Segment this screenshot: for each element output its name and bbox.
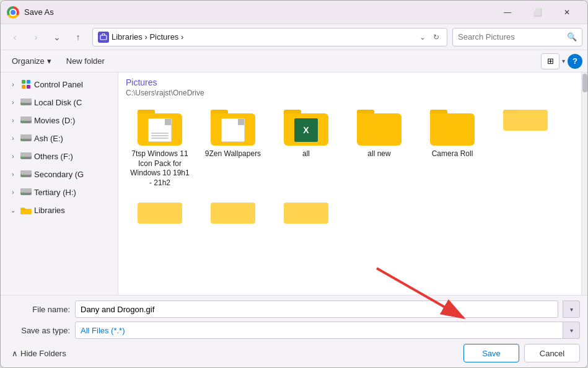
sidebar-label-control-panel: Control Panel <box>34 80 83 89</box>
scrollbar-track[interactable] <box>581 72 587 295</box>
folder-icon <box>430 110 475 146</box>
svg-rect-12 <box>20 134 32 139</box>
address-text: Libraries › Pictures › <box>112 32 415 42</box>
svg-rect-21 <box>20 188 32 193</box>
svg-rect-19 <box>21 175 24 177</box>
title-bar: Save As — ⬜ ✕ <box>1 1 587 24</box>
svg-rect-3 <box>22 85 25 89</box>
new-folder-label: New folder <box>66 56 105 66</box>
new-folder-button[interactable]: New folder <box>60 53 111 69</box>
cancel-button[interactable]: Cancel <box>524 344 580 362</box>
svg-rect-22 <box>21 193 24 195</box>
close-button[interactable]: ✕ <box>553 2 581 22</box>
sidebar-item-movies[interactable]: › Movies (D:) <box>3 112 115 129</box>
search-bar[interactable]: 🔍 <box>452 28 582 46</box>
forward-button[interactable]: › <box>27 28 45 46</box>
hide-folders-button[interactable]: ∧ Hide Folders <box>8 346 70 361</box>
filename-input[interactable] <box>75 300 558 318</box>
expand-icon: › <box>8 97 18 107</box>
dropdown-icon: ⌄ <box>53 32 61 42</box>
folder-name-camera-roll: Camera Roll <box>432 149 473 159</box>
sidebar-item-libraries[interactable]: ⌄ Libraries <box>3 201 115 219</box>
address-bar[interactable]: Libraries › Pictures › ⌄ ↻ <box>92 28 447 46</box>
filename-dropdown-arrow[interactable]: ▾ <box>563 300 580 318</box>
chrome-icon <box>7 6 19 19</box>
svg-rect-15 <box>20 152 32 157</box>
maximize-button[interactable]: ⬜ <box>523 2 551 22</box>
back-button[interactable]: ‹ <box>6 28 24 46</box>
folder-item-all-new[interactable]: all new <box>345 105 413 193</box>
drive-icon <box>20 97 32 108</box>
svg-rect-6 <box>20 99 32 103</box>
folder-item-9zen[interactable]: 9Zen Wallpapers <box>199 105 267 193</box>
sidebar-item-secondary[interactable]: › Secondary (G <box>3 165 115 183</box>
save-type-select[interactable]: All Files (*.*) <box>75 322 580 339</box>
folder-item-partial2[interactable] <box>126 198 194 229</box>
organize-button[interactable]: Organize ▾ <box>6 53 58 69</box>
svg-rect-2 <box>27 80 30 84</box>
search-icon[interactable]: 🔍 <box>567 32 577 42</box>
svg-rect-16 <box>21 157 24 159</box>
sidebar-item-tertiary[interactable]: › Tertiary (H:) <box>3 183 115 201</box>
organize-label: Organize <box>12 56 45 66</box>
svg-rect-7 <box>21 103 24 105</box>
location-header: Pictures C:\Users\rajst\OneDrive <box>126 77 574 97</box>
ash-drive-icon <box>20 133 32 144</box>
sidebar-label-local-disk: Local Disk (C <box>34 98 82 107</box>
up-icon: ↑ <box>76 32 81 42</box>
filename-label: File name: <box>8 305 70 314</box>
up-button[interactable]: ↑ <box>69 28 87 46</box>
folder-name-7tsp: 7tsp Windows 11 Icon Pack for Windows 10… <box>129 149 191 188</box>
folder-item-7tsp[interactable]: 7tsp Windows 11 Icon Pack for Windows 10… <box>126 105 194 193</box>
folder-name-all: all <box>302 149 310 159</box>
back-icon: ‹ <box>14 32 17 42</box>
save-type-label: Save as type: <box>8 326 70 335</box>
command-bar: Organize ▾ New folder ⊞ ▾ ? <box>1 50 587 72</box>
folder-icon <box>357 110 402 146</box>
folder-icon <box>138 110 182 146</box>
help-button[interactable]: ? <box>568 54 582 69</box>
view-icon: ⊞ <box>547 56 554 66</box>
sidebar-item-local-disk[interactable]: › Local Disk (C <box>3 94 115 111</box>
search-input[interactable] <box>458 32 564 42</box>
folder-item-partial1[interactable] <box>491 105 559 136</box>
hide-folders-label: Hide Folders <box>20 349 66 358</box>
folder-name-9zen: 9Zen Wallpapers <box>205 149 261 159</box>
sidebar-label-secondary: Secondary (G <box>34 170 84 179</box>
control-panel-icon <box>20 79 32 90</box>
sidebar-item-others[interactable]: › Others (F:) <box>3 147 115 165</box>
folder-item-partial4[interactable] <box>272 198 340 229</box>
view-dropdown-icon[interactable]: ▾ <box>562 58 565 64</box>
tertiary-drive-icon <box>20 186 32 198</box>
sidebar-label-movies: Movies (D:) <box>34 116 75 125</box>
location-path: C:\Users\rajst\OneDrive <box>126 89 574 97</box>
expand-icon: › <box>8 115 18 125</box>
expand-icon: › <box>8 187 18 197</box>
forward-icon: › <box>35 32 38 42</box>
sidebar-item-control-panel[interactable]: › Control Panel <box>3 76 115 93</box>
address-toolbar: ‹ › ⌄ ↑ Libraries › Pictures › ⌄ ↻ 🔍 <box>1 24 587 50</box>
folder-item-all[interactable]: X all <box>272 105 340 193</box>
svg-rect-10 <box>21 121 24 123</box>
folder-icon: X <box>284 110 328 146</box>
action-row: ∧ Hide Folders Save Cancel <box>8 344 580 362</box>
sidebar-item-ash[interactable]: › Ash (E:) <box>3 129 115 147</box>
help-icon: ? <box>573 56 577 66</box>
folder-item-partial3[interactable] <box>199 198 267 229</box>
svg-rect-4 <box>27 85 30 89</box>
svg-rect-0 <box>100 35 107 40</box>
address-chevron-icon[interactable]: ⌄ <box>417 32 428 43</box>
bottom-section: File name: ▾ Save as type: All Files (*.… <box>1 295 587 367</box>
view-button[interactable]: ⊞ <box>541 53 559 69</box>
svg-rect-9 <box>20 116 32 121</box>
refresh-icon[interactable]: ↻ <box>431 32 442 43</box>
folder-icon <box>211 110 255 146</box>
svg-rect-13 <box>21 139 24 141</box>
expand-icon: ⌄ <box>8 205 18 215</box>
sidebar-label-libraries: Libraries <box>34 206 65 215</box>
minimize-button[interactable]: — <box>493 2 522 22</box>
window-title: Save As <box>24 7 493 17</box>
dropdown-button[interactable]: ⌄ <box>48 28 66 46</box>
save-button[interactable]: Save <box>463 344 519 362</box>
folder-item-camera-roll[interactable]: Camera Roll <box>418 105 486 193</box>
